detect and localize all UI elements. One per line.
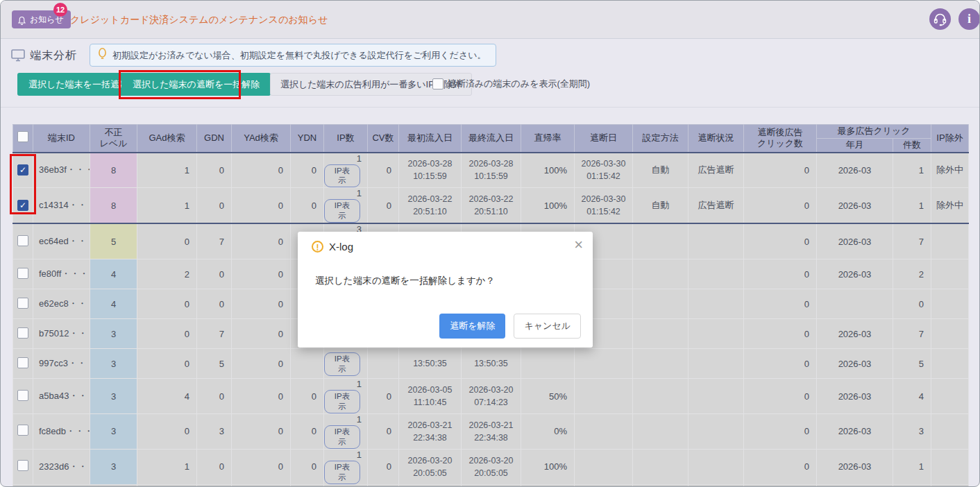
tip-text: 初期設定がお済みでない場合、初期設定を無料で丸投げできる設定代行をご利用ください… — [112, 49, 486, 62]
table-row: 2323d6・・・310001IP表示02026-03-20 20:05:052… — [13, 449, 969, 484]
col-gdn[interactable]: GDN — [197, 125, 232, 153]
col-fraud-level[interactable]: 不正 レベル — [90, 125, 137, 153]
col-select — [13, 125, 33, 153]
device-checkbox[interactable] — [17, 460, 28, 471]
block-status-cell — [688, 319, 744, 349]
ip-show-button[interactable]: IP表示 — [324, 164, 360, 188]
table-row: fc8edb・・・303001IP表示02026-03-21 22:34:382… — [13, 414, 969, 450]
footer-excl — [931, 484, 969, 487]
bounce-rate-cell — [521, 349, 575, 379]
device-id-cell: e62ec8・・・ — [33, 289, 90, 319]
first-visit-cell: 2026-03-22 20:51:10 — [399, 188, 462, 223]
gad-search-cell: 1 — [137, 449, 197, 484]
device-id-cell: b75012・・・ — [33, 319, 90, 349]
ip-count-cell: IP表示 — [324, 349, 368, 379]
device-checkbox[interactable] — [17, 235, 28, 246]
col-ydn[interactable]: YDN — [291, 125, 324, 153]
col-setting-method[interactable]: 設定方法 — [633, 125, 688, 153]
select-all-checkbox[interactable] — [17, 131, 28, 142]
footer-ydn: 0 — [291, 484, 324, 487]
setting-method-cell — [633, 223, 688, 259]
device-checkbox[interactable] — [17, 268, 28, 279]
ip-show-button[interactable]: IP表示 — [324, 199, 360, 223]
col-top-clicks-count[interactable]: 件数 — [893, 139, 931, 153]
col-bounce-rate[interactable]: 直帰率 — [521, 125, 575, 153]
ip-show-button[interactable]: IP表示 — [324, 352, 360, 376]
top-clicks-count-cell: 0 — [893, 289, 931, 319]
col-last-visit[interactable]: 最終流入日 — [462, 125, 521, 153]
setting-method-cell — [633, 319, 688, 349]
info-icon[interactable]: i — [958, 8, 980, 30]
col-device-id[interactable]: 端末ID — [33, 125, 90, 153]
top-clicks-month-cell: 2026-03 — [817, 379, 893, 414]
yad-search-cell: 0 — [232, 188, 291, 223]
col-ip-exclusion[interactable]: IP除外 — [931, 125, 969, 153]
ydn-cell: 0 — [291, 153, 324, 188]
ip-show-button[interactable]: IP表示 — [324, 461, 360, 484]
cancel-button[interactable]: キャンセル — [514, 314, 581, 339]
fraud-level-cell: 3 — [90, 319, 137, 349]
top-clicks-count-cell: 2 — [893, 259, 931, 289]
ip-count-value: 1 — [357, 153, 362, 164]
block-status-cell — [688, 379, 744, 414]
gdn-cell: 7 — [197, 319, 232, 349]
top-clicks-count-cell: 7 — [893, 319, 931, 349]
last-visit-cell: 2026-03-20 20:05:05 — [462, 449, 521, 484]
col-first-visit[interactable]: 最初流入日 — [399, 125, 462, 153]
gdn-cell: 3 — [197, 414, 232, 450]
unblock-confirm-button[interactable]: 遮断を解除 — [439, 314, 505, 339]
ip-exclusion-cell — [931, 289, 969, 319]
support-headset-icon[interactable] — [929, 8, 951, 30]
col-clicks-after-block[interactable]: 遮断後広告 クリック数 — [744, 125, 817, 153]
col-yad-search[interactable]: YAd検索 — [232, 125, 291, 153]
fraud-level-cell: 8 — [90, 188, 137, 223]
device-checkbox[interactable] — [17, 425, 28, 436]
ip-exclusion-cell — [931, 449, 969, 484]
footer-cv: 0 — [368, 484, 399, 487]
ip-show-button[interactable]: IP表示 — [324, 425, 360, 449]
gad-search-cell: 0 — [137, 223, 197, 259]
col-ip-count[interactable]: IP数 — [324, 125, 368, 153]
device-checkbox[interactable] — [17, 390, 28, 401]
bell-icon — [17, 14, 26, 32]
gad-search-cell: 1 — [137, 188, 197, 223]
top-clicks-month-cell: 2026-03 — [817, 153, 893, 188]
dialog-message: 選択した端末の遮断を一括解除しますか？ — [315, 275, 495, 287]
yad-search-cell: 0 — [232, 349, 291, 379]
device-checkbox[interactable]: ✓ — [17, 164, 28, 176]
fraud-level-cell: 3 — [90, 414, 137, 450]
clicks-after-block-cell: 0 — [744, 188, 817, 223]
tip-box: 初期設定がお済みでない場合、初期設定を無料で丸投げできる設定代行をご利用ください… — [90, 44, 496, 67]
gad-search-cell: 0 — [137, 414, 197, 450]
col-cv-count[interactable]: CV数 — [368, 125, 399, 153]
bounce-rate-cell: 0% — [521, 414, 575, 450]
ip-show-button[interactable]: IP表示 — [324, 390, 360, 413]
blocked-only-checkbox[interactable] — [432, 78, 443, 89]
close-icon[interactable]: × — [574, 237, 583, 253]
unblock-selected-button[interactable]: 選択した端末の遮断を一括解除 — [121, 73, 271, 96]
notification-bar: お知らせ 12 クレジットカード決済システムのメンテナンスのお知らせ i — [1, 1, 979, 39]
ip-count-cell: 1IP表示 — [324, 188, 368, 223]
col-block-date[interactable]: 遮断日 — [575, 125, 633, 153]
blocked-only-filter[interactable]: 遮断済みの端末のみを表示(全期間) — [432, 78, 590, 90]
col-gad-search[interactable]: GAd検索 — [137, 125, 197, 153]
setting-method-cell: 自動 — [633, 153, 688, 188]
notice-link[interactable]: クレジットカード決済システムのメンテナンスのお知らせ — [70, 14, 328, 26]
footer-after: 0 — [744, 484, 817, 487]
dialog-buttons: 遮断を解除 キャンセル — [439, 314, 581, 339]
ip-count-value: 1 — [357, 379, 362, 389]
first-visit-cell: 2026-03-20 20:05:05 — [399, 449, 462, 484]
footer-cnt: 31 — [893, 484, 931, 487]
device-checkbox[interactable] — [17, 298, 28, 309]
ydn-cell: 0 — [291, 379, 324, 414]
table-row: ✓36eb3f・・・810001IP表示02026-03-28 10:15:59… — [13, 153, 969, 188]
col-top-clicks-month[interactable]: 年月 — [817, 139, 893, 153]
col-block-status[interactable]: 遮断状況 — [688, 125, 744, 153]
device-checkbox[interactable]: ✓ — [17, 200, 28, 211]
device-checkbox[interactable] — [17, 357, 28, 368]
table-row: a5ba43・・・340001IP表示02026-03-05 11:10:452… — [13, 379, 969, 414]
yad-search-cell: 0 — [232, 223, 291, 259]
device-checkbox[interactable] — [17, 327, 28, 339]
ip-exclusion-cell: 除外中 — [931, 188, 969, 223]
block-status-cell: 広告遮断 — [688, 153, 744, 188]
